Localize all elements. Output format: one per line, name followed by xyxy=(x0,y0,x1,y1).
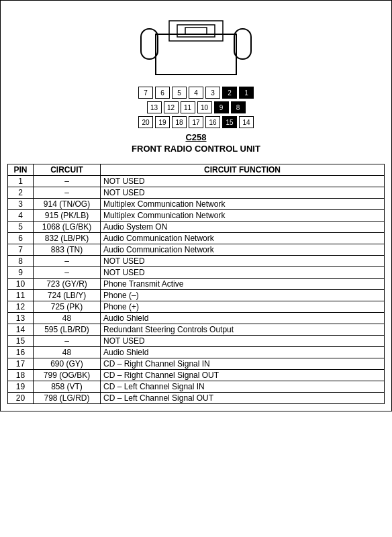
pin-rows: 7654321131211109820191817161514 xyxy=(138,87,254,128)
table-cell-pin: 15 xyxy=(8,336,34,347)
table-row: 15–NOT USED xyxy=(8,336,385,347)
connector-label: C258 FRONT RADIO CONTROL UNIT xyxy=(132,132,260,154)
table-cell-function: Audio Shield xyxy=(101,347,385,358)
table-cell-pin: 19 xyxy=(8,381,34,393)
table-row: 12725 (PK)Phone (+) xyxy=(8,301,385,313)
table-row: 17690 (GY)CD – Right Channel Signal IN xyxy=(8,358,385,370)
table-cell-function: NOT USED xyxy=(101,256,385,267)
table-cell-pin: 4 xyxy=(8,210,34,222)
table-cell-pin: 3 xyxy=(8,199,34,210)
pin-cell-15: 15 xyxy=(222,116,237,128)
pin-cell-2: 2 xyxy=(222,87,237,99)
table-row: 4915 (PK/LB)Multiplex Communication Netw… xyxy=(8,210,385,222)
pin-cell-13: 13 xyxy=(147,101,162,113)
table-row: 10723 (GY/R)Phone Transmit Active xyxy=(8,279,385,290)
col-header-circuit: CIRCUIT xyxy=(34,164,101,176)
table-cell-circuit: 48 xyxy=(34,313,101,324)
diagram-area: 7654321131211109820191817161514 C258 FRO… xyxy=(7,7,385,158)
table-cell-circuit: 1068 (LG/BK) xyxy=(34,222,101,233)
table-row: 1348Audio Shield xyxy=(8,313,385,324)
table-cell-function: NOT USED xyxy=(101,267,385,279)
pin-row: 20191817161514 xyxy=(138,116,254,128)
pin-cell-20: 20 xyxy=(138,116,153,128)
connector-code: C258 xyxy=(132,132,260,142)
table-cell-pin: 6 xyxy=(8,233,34,244)
connector-title: FRONT RADIO CONTROL UNIT xyxy=(132,144,260,154)
table-cell-pin: 12 xyxy=(8,301,34,313)
table-row: 2–NOT USED xyxy=(8,187,385,199)
table-cell-pin: 1 xyxy=(8,176,34,187)
table-cell-function: NOT USED xyxy=(101,187,385,199)
table-row: 6832 (LB/PK)Audio Communication Network xyxy=(8,233,385,244)
table-cell-circuit: – xyxy=(34,176,101,187)
pin-cell-3: 3 xyxy=(205,87,220,99)
table-row: 1648Audio Shield xyxy=(8,347,385,358)
table-cell-circuit: 799 (OG/BK) xyxy=(34,370,101,381)
table-row: 19858 (VT)CD – Left Channel Signal IN xyxy=(8,381,385,393)
table-cell-function: Audio Shield xyxy=(101,313,385,324)
table-cell-function: Audio System ON xyxy=(101,222,385,233)
table-cell-function: Audio Communication Network xyxy=(101,233,385,244)
pin-cell-12: 12 xyxy=(164,101,179,113)
table-cell-circuit: 723 (GY/R) xyxy=(34,279,101,290)
pin-cell-1: 1 xyxy=(239,87,254,99)
table-cell-function: CD – Left Channel Signal OUT xyxy=(101,393,385,404)
table-cell-function: Multiplex Communication Network xyxy=(101,210,385,222)
table-cell-function: Multiplex Communication Network xyxy=(101,199,385,210)
pin-cell-6: 6 xyxy=(155,87,170,99)
table-cell-pin: 5 xyxy=(8,222,34,233)
table-cell-pin: 20 xyxy=(8,393,34,404)
pin-table: PIN CIRCUIT CIRCUIT FUNCTION 1–NOT USED2… xyxy=(7,164,385,404)
table-cell-function: CD – Right Channel Signal OUT xyxy=(101,370,385,381)
col-header-function: CIRCUIT FUNCTION xyxy=(101,164,385,176)
page-container: 7654321131211109820191817161514 C258 FRO… xyxy=(0,0,392,411)
pin-cell-5: 5 xyxy=(172,87,187,99)
table-row: 11724 (LB/Y)Phone (–) xyxy=(8,290,385,301)
table-cell-circuit: 915 (PK/LB) xyxy=(34,210,101,222)
table-cell-pin: 16 xyxy=(8,347,34,358)
table-cell-function: CD – Left Channel Signal IN xyxy=(101,381,385,393)
table-cell-pin: 17 xyxy=(8,358,34,370)
table-cell-pin: 11 xyxy=(8,290,34,301)
table-cell-pin: 18 xyxy=(8,370,34,381)
table-cell-circuit: 858 (VT) xyxy=(34,381,101,393)
table-row: 51068 (LG/BK)Audio System ON xyxy=(8,222,385,233)
pin-cell-14: 14 xyxy=(239,116,254,128)
table-cell-circuit: 724 (LB/Y) xyxy=(34,290,101,301)
table-cell-circuit: 725 (PK) xyxy=(34,301,101,313)
table-cell-circuit: 883 (TN) xyxy=(34,244,101,256)
table-cell-function: Redundant Steering Controls Output xyxy=(101,324,385,336)
table-cell-pin: 13 xyxy=(8,313,34,324)
table-cell-function: NOT USED xyxy=(101,176,385,187)
table-row: 1–NOT USED xyxy=(8,176,385,187)
table-cell-circuit: 914 (TN/OG) xyxy=(34,199,101,210)
table-row: 3914 (TN/OG)Multiplex Communication Netw… xyxy=(8,199,385,210)
svg-rect-0 xyxy=(156,34,236,75)
pin-cell-9: 9 xyxy=(214,101,229,113)
col-header-pin: PIN xyxy=(8,164,34,176)
connector-shape xyxy=(115,14,277,81)
pin-cell-7: 7 xyxy=(138,87,153,99)
table-cell-pin: 7 xyxy=(8,244,34,256)
table-cell-circuit: – xyxy=(34,267,101,279)
svg-rect-4 xyxy=(177,25,215,37)
table-cell-circuit: 690 (GY) xyxy=(34,358,101,370)
table-cell-circuit: 48 xyxy=(34,347,101,358)
pin-cell-11: 11 xyxy=(181,101,195,113)
table-cell-function: NOT USED xyxy=(101,336,385,347)
svg-rect-5 xyxy=(185,28,207,34)
table-cell-pin: 10 xyxy=(8,279,34,290)
table-cell-circuit: 832 (LB/PK) xyxy=(34,233,101,244)
table-cell-circuit: – xyxy=(34,336,101,347)
pin-cell-19: 19 xyxy=(155,116,170,128)
pin-cell-16: 16 xyxy=(205,116,220,128)
pin-row: 1312111098 xyxy=(147,101,246,113)
table-row: 8–NOT USED xyxy=(8,256,385,267)
table-cell-circuit: 798 (LG/RD) xyxy=(34,393,101,404)
table-cell-function: Audio Communication Network xyxy=(101,244,385,256)
table-cell-circuit: 595 (LB/RD) xyxy=(34,324,101,336)
pin-cell-8: 8 xyxy=(231,101,246,113)
pin-cell-18: 18 xyxy=(172,116,187,128)
table-row: 20798 (LG/RD)CD – Left Channel Signal OU… xyxy=(8,393,385,404)
table-cell-pin: 2 xyxy=(8,187,34,199)
